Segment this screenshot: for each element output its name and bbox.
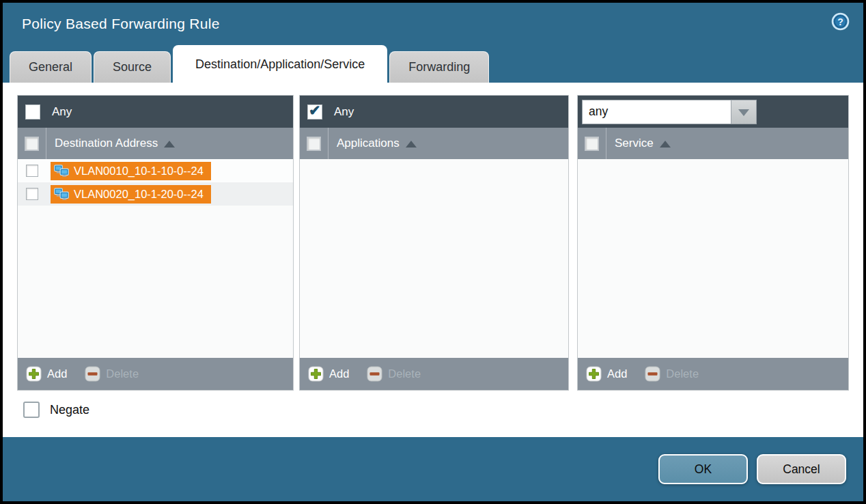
ok-button[interactable]: OK — [658, 454, 748, 484]
plus-icon — [26, 366, 42, 382]
applications-select-all-checkbox[interactable] — [307, 137, 320, 150]
title-bar: Policy Based Forwarding Rule ? — [3, 3, 863, 45]
service-select-all-checkbox[interactable] — [585, 137, 598, 150]
service-column-label: Service — [615, 137, 654, 150]
delete-button-label: Delete — [388, 367, 421, 380]
destination-any-bar: Any — [18, 96, 293, 128]
delete-button[interactable]: Delete — [367, 366, 421, 382]
delete-button-label: Delete — [106, 367, 139, 380]
service-dropdown-value[interactable]: any — [582, 100, 731, 124]
destination-address-panel: Any Destination Address — [17, 95, 294, 391]
applications-any-bar: Any — [300, 96, 568, 128]
address-object-chip[interactable]: VLAN0010_10-1-10-0--24 — [51, 162, 211, 180]
destination-column-label-cell[interactable]: Destination Address — [46, 128, 293, 159]
chevron-down-icon — [738, 109, 749, 116]
tab-source[interactable]: Source — [94, 51, 171, 83]
add-button-label: Add — [607, 367, 627, 380]
add-button-label: Add — [47, 367, 67, 380]
destination-select-all-checkbox[interactable] — [25, 137, 38, 150]
add-button-label: Add — [329, 367, 349, 380]
policy-based-forwarding-dialog: Policy Based Forwarding Rule ? General S… — [3, 3, 863, 501]
negate-checkbox[interactable] — [23, 402, 40, 418]
help-icon[interactable]: ? — [831, 12, 850, 31]
row-checkbox-cell — [18, 188, 46, 200]
delete-button-label: Delete — [666, 367, 699, 380]
table-row[interactable]: VLAN0010_10-1-10-0--24 — [18, 159, 293, 182]
svg-text:?: ? — [837, 16, 843, 27]
service-column-label-cell[interactable]: Service — [606, 128, 848, 159]
service-column-header: Service — [578, 128, 848, 159]
add-button[interactable]: Add — [586, 366, 627, 382]
address-object-label: VLAN0020_10-1-20-0--24 — [74, 188, 204, 201]
tab-content: Any Destination Address — [3, 83, 863, 437]
minus-icon — [367, 366, 382, 382]
applications-column-label-cell[interactable]: Applications — [328, 128, 568, 159]
applications-any-checkbox[interactable] — [307, 104, 322, 120]
delete-button[interactable]: Delete — [85, 366, 139, 382]
destination-any-label: Any — [52, 105, 72, 119]
applications-any-label: Any — [334, 105, 354, 119]
sort-ascending-icon — [406, 141, 417, 148]
minus-icon — [645, 366, 660, 382]
service-panel: any Service — [577, 95, 849, 391]
service-dropdown-button[interactable] — [731, 100, 757, 124]
add-button[interactable]: Add — [26, 366, 67, 382]
row-checkbox[interactable] — [26, 188, 38, 200]
network-icon — [54, 188, 69, 200]
dialog-footer: OK Cancel — [3, 437, 863, 501]
tab-source-label: Source — [113, 60, 152, 74]
tab-destination-label: Destination/Application/Service — [195, 57, 365, 72]
tab-forwarding-label: Forwarding — [408, 60, 470, 74]
applications-header-checkbox-cell — [300, 128, 328, 159]
service-list — [578, 159, 848, 358]
plus-icon — [308, 366, 324, 382]
service-dropdown[interactable]: any — [582, 100, 757, 124]
table-row[interactable]: VLAN0020_10-1-20-0--24 — [18, 182, 293, 206]
applications-panel: Any Applications — [299, 95, 569, 391]
add-button[interactable]: Add — [308, 366, 349, 382]
dialog-title: Policy Based Forwarding Rule — [22, 16, 220, 32]
destination-footer-bar: Add Delete — [18, 358, 293, 390]
destination-column-label: Destination Address — [55, 137, 158, 150]
destination-any-checkbox[interactable] — [25, 104, 40, 120]
selection-panels: Any Destination Address — [17, 95, 849, 391]
plus-icon — [586, 366, 602, 382]
tab-general-label: General — [29, 60, 72, 74]
dialog-screen: Policy Based Forwarding Rule ? General S… — [0, 0, 866, 504]
negate-row: Negate — [17, 391, 849, 418]
address-object-chip[interactable]: VLAN0020_10-1-20-0--24 — [51, 185, 211, 204]
sort-ascending-icon — [660, 141, 671, 148]
network-icon — [54, 165, 69, 177]
row-checkbox[interactable] — [26, 165, 38, 177]
row-checkbox-cell — [18, 165, 46, 177]
service-footer-bar: Add Delete — [578, 358, 848, 390]
address-object-label: VLAN0010_10-1-10-0--24 — [74, 165, 204, 178]
destination-address-list: VLAN0010_10-1-10-0--24 — [18, 159, 293, 358]
applications-footer-bar: Add Delete — [300, 358, 568, 390]
sort-ascending-icon — [164, 141, 175, 148]
applications-list — [300, 159, 568, 358]
minus-icon — [85, 366, 100, 382]
delete-button[interactable]: Delete — [645, 366, 699, 382]
applications-column-label: Applications — [337, 137, 400, 150]
applications-column-header: Applications — [300, 128, 568, 159]
tab-strip: General Source Destination/Application/S… — [3, 45, 863, 83]
tab-general[interactable]: General — [10, 51, 92, 83]
negate-label: Negate — [50, 403, 89, 417]
tab-destination-application-service[interactable]: Destination/Application/Service — [173, 45, 387, 83]
service-any-bar: any — [578, 96, 848, 128]
tab-forwarding[interactable]: Forwarding — [389, 51, 489, 83]
service-header-checkbox-cell — [578, 128, 606, 159]
cancel-button[interactable]: Cancel — [757, 454, 846, 484]
destination-header-checkbox-cell — [18, 128, 46, 159]
destination-column-header: Destination Address — [18, 128, 293, 159]
